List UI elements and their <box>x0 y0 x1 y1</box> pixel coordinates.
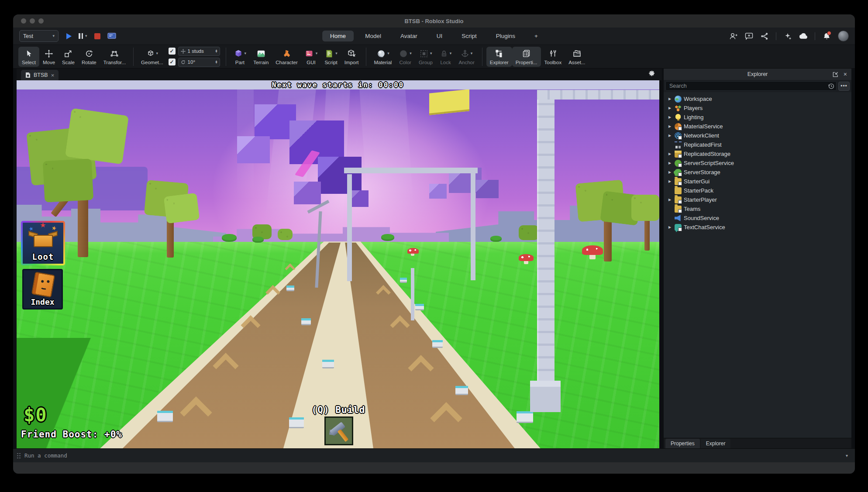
move-tool-button[interactable]: Move <box>39 47 59 67</box>
notifications-button[interactable] <box>822 32 831 41</box>
color-button[interactable]: ▾ Color <box>395 47 415 67</box>
assistant-button[interactable] <box>783 32 792 41</box>
terrain-button[interactable]: Terrain <box>250 47 272 67</box>
build-button[interactable] <box>324 416 353 445</box>
tree-item-soundservice[interactable]: SoundService <box>664 213 851 223</box>
gui-button[interactable]: ▾ GUI <box>301 47 321 67</box>
expand-arrow-icon[interactable]: ▶ <box>667 152 672 156</box>
viewport-settings-button[interactable] <box>648 70 656 77</box>
expand-arrow-icon[interactable]: ▶ <box>667 97 672 101</box>
tab-ui[interactable]: UI <box>429 31 451 41</box>
tree-item-materialservice[interactable]: ▶ MaterialService <box>664 122 851 131</box>
tree-item-serverstorage[interactable]: ▶ ServerStorage <box>664 168 851 177</box>
tree-item-starterplayer[interactable]: ▶ StarterPlayer <box>664 195 851 204</box>
tab-add[interactable]: + <box>527 31 546 41</box>
tree-item-textchatservice[interactable]: ▶ TextChatService <box>664 223 851 232</box>
expand-arrow-icon[interactable]: ▶ <box>667 198 672 202</box>
document-tab-btsb[interactable]: BTSB × <box>21 70 59 80</box>
rotate-tool-button[interactable]: Rotate <box>78 47 100 67</box>
part-button[interactable]: ▾ Part <box>230 47 250 67</box>
share-button[interactable] <box>760 32 769 41</box>
play-button[interactable] <box>66 33 72 39</box>
script-tool-button[interactable]: ▾ Script <box>321 47 341 67</box>
expand-arrow-icon[interactable]: ▶ <box>667 225 672 229</box>
select-tool-button[interactable]: Select <box>18 47 39 67</box>
bell-icon <box>823 32 830 40</box>
tree-item-teams[interactable]: Teams <box>664 204 851 213</box>
command-bar[interactable]: ▾ <box>13 448 855 462</box>
device-emulation-button[interactable] <box>107 32 116 41</box>
bottom-tab-explorer[interactable]: Explorer <box>701 439 731 448</box>
feedback-button[interactable] <box>744 32 753 41</box>
tree-item-startergui[interactable]: ▶ StarterGui <box>664 177 851 186</box>
pillar-crossbar <box>537 90 659 100</box>
drag-handle-icon[interactable] <box>17 452 21 459</box>
snap-move-stepper[interactable]: 1 studs ▴▾ <box>178 47 220 56</box>
undock-icon[interactable] <box>833 72 838 77</box>
tab-avatar[interactable]: Avatar <box>393 31 425 41</box>
tree-item-serverscriptservice[interactable]: ▶ ServerScriptService <box>664 158 851 168</box>
group-button[interactable]: ▾ Group <box>415 47 436 67</box>
expand-arrow-icon[interactable]: ▶ <box>667 124 672 128</box>
chevron-down-icon[interactable]: ▾ <box>846 453 848 458</box>
explorer-more-button[interactable]: ••• <box>838 82 850 91</box>
expand-arrow-icon[interactable]: ▶ <box>667 134 672 138</box>
stone-block <box>455 386 468 395</box>
anchor-button[interactable]: ▾ Anchor <box>455 47 478 67</box>
expand-arrow-icon[interactable]: ▶ <box>667 115 672 119</box>
expand-arrow-icon[interactable]: ▶ <box>667 179 672 183</box>
properties-toggle-button[interactable]: Properti... <box>512 47 541 67</box>
tab-home[interactable]: Home <box>322 31 354 41</box>
cloud-sync-button[interactable] <box>799 32 808 41</box>
playtest-mode-select[interactable]: Test ▾ <box>19 30 59 42</box>
wave-timer-text: Next wave starts in: 00:00 <box>272 81 404 89</box>
quick-access-bar: Test ▾ ▾ Home Model Avatar UI Script Plu… <box>13 28 855 45</box>
explorer-search-field[interactable] <box>665 81 837 91</box>
snap-move-checkbox[interactable]: ✓ <box>169 48 176 55</box>
step-down-icon[interactable]: ▾ <box>216 51 217 53</box>
pause-button[interactable]: ▾ <box>79 33 87 39</box>
transform-tool-button[interactable]: Transfor... <box>100 47 129 67</box>
toolbox-toggle-button[interactable]: Toolbox <box>541 47 565 67</box>
tree-item-networkclient[interactable]: ▶ NetworkClient <box>664 131 851 140</box>
collaborate-button[interactable] <box>729 32 737 41</box>
tree-item-starterpack[interactable]: StarterPack <box>664 186 851 195</box>
explorer-toggle-button[interactable]: Explorer <box>486 47 512 67</box>
loot-button[interactable]: ★ ★ ★ Loot <box>21 221 65 265</box>
character-button[interactable]: Character <box>272 47 301 67</box>
material-button[interactable]: ▾ Material <box>370 47 395 67</box>
user-avatar[interactable] <box>838 31 849 41</box>
tab-model[interactable]: Model <box>357 31 389 41</box>
loot-box-body <box>34 235 53 247</box>
search-history-button[interactable] <box>826 83 836 89</box>
import-button[interactable]: Import <box>341 47 362 67</box>
expand-arrow-icon[interactable]: ▶ <box>667 170 672 174</box>
explorer-panel-header[interactable]: Explorer × <box>664 69 851 80</box>
transform-icon <box>110 49 119 58</box>
tab-script[interactable]: Script <box>454 31 485 41</box>
index-button[interactable]: Index <box>22 269 63 310</box>
game-viewport[interactable]: Next wave starts in: 00:00 ★ ★ ★ Loot <box>17 80 659 448</box>
close-panel-icon[interactable]: × <box>844 71 847 78</box>
scale-tool-button[interactable]: Scale <box>59 47 78 67</box>
step-down-icon[interactable]: ▾ <box>216 62 217 64</box>
sound-service-icon <box>675 215 682 222</box>
snap-rotate-checkbox[interactable]: ✓ <box>169 58 176 65</box>
tree-item-lighting[interactable]: ▶ Lighting <box>664 113 851 122</box>
tree-item-players[interactable]: ▶ Players <box>664 103 851 113</box>
tree-item-workspace[interactable]: ▶ Workspace <box>664 94 851 103</box>
stop-button[interactable] <box>94 33 100 39</box>
geometry-tool-button[interactable]: ▾ Geomet... <box>138 47 167 67</box>
tab-plugins[interactable]: Plugins <box>488 31 523 41</box>
tree-item-replicatedstorage[interactable]: ▶ ReplicatedStorage <box>664 149 851 158</box>
command-input[interactable] <box>24 452 855 459</box>
asset-manager-button[interactable]: Asset... <box>565 47 589 67</box>
bottom-tab-properties[interactable]: Properties <box>665 439 700 448</box>
explorer-search-input[interactable] <box>666 83 826 89</box>
lock-button[interactable]: ▾ Lock <box>436 47 455 67</box>
expand-arrow-icon[interactable]: ▶ <box>667 106 672 110</box>
expand-arrow-icon[interactable]: ▶ <box>667 161 672 165</box>
close-tab-icon[interactable]: × <box>51 72 55 79</box>
tree-item-replicatedfirst[interactable]: ReplicatedFirst <box>664 140 851 149</box>
snap-rotate-stepper[interactable]: 10° ▴▾ <box>178 58 220 67</box>
